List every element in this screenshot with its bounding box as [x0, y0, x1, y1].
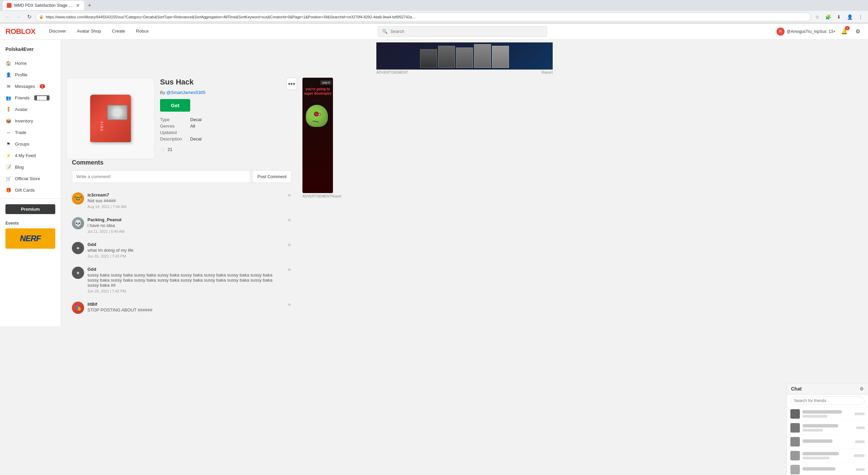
comment-username[interactable]: ic3cream7	[87, 192, 284, 197]
rating-count: 21	[167, 147, 172, 152]
sidebar-item-profile[interactable]: 👤 Profile	[0, 69, 61, 80]
sidebar-label-trade: Trade	[15, 130, 26, 135]
nav-create[interactable]: Create	[106, 23, 131, 40]
comment-body: Gdd sussy baka sussy baka sussy baka sus…	[87, 267, 284, 293]
sidebar-item-avatar[interactable]: 🧍 Avatar	[0, 103, 61, 115]
right-ad-column: play it you're going to super doomspire …	[302, 78, 333, 324]
sidebar-item-messages[interactable]: ✉ Messages 1	[0, 80, 61, 92]
creator-link[interactable]: @SmartJames5305	[166, 90, 205, 95]
ad-tile-3	[456, 48, 473, 68]
fire-alarm-light	[107, 105, 127, 120]
sidebar-item-blog[interactable]: 📝 Blog	[0, 161, 61, 173]
avatar: 🤓	[72, 192, 84, 205]
flag-button[interactable]: ⚑	[287, 302, 292, 314]
comments-section: Comments Post Comment 🤓 ic3cream7 Not su…	[66, 159, 297, 324]
groups-icon: ⚑	[5, 141, 12, 147]
avatar: ●	[72, 267, 84, 279]
star-icon[interactable]: ☆	[160, 146, 165, 153]
flag-button[interactable]: ⚑	[287, 243, 292, 258]
item-meta: Type Decal Genres All Updated Descriptio…	[160, 117, 297, 141]
updated-label: Updated	[160, 130, 182, 135]
more-options-button[interactable]: •••	[286, 78, 297, 90]
notifications-button[interactable]: 🔔 2	[840, 27, 849, 36]
people-icon: 👥	[5, 95, 12, 101]
right-ad-report[interactable]: Report	[331, 194, 341, 198]
post-comment-button[interactable]: Post Comment	[252, 171, 291, 183]
avatar-icon: 🧍	[5, 106, 12, 112]
flag-button[interactable]: ⚑	[287, 193, 292, 209]
right-ad-label: ADVERTISEMENT	[302, 194, 331, 198]
search-box[interactable]: 🔍	[378, 26, 547, 37]
profile-button[interactable]: 👤	[845, 12, 854, 22]
roblox-logo[interactable]: ROBLOX	[5, 27, 35, 36]
get-button[interactable]: Get	[160, 99, 190, 112]
sidebar-item-official-store[interactable]: 🛒 Official Store	[0, 173, 61, 184]
comment-body: litBif STOP POSTING ABOUT ######	[87, 302, 284, 314]
sidebar-item-friends[interactable]: 👥 Friends ████	[0, 92, 61, 103]
nav-search-area: 🔍	[154, 26, 771, 37]
giftcard-icon: 🎁	[5, 187, 12, 193]
tab-favicon	[7, 3, 12, 8]
bookmark-button[interactable]: ☆	[812, 12, 822, 22]
sidebar-label-friends: Friends	[15, 95, 29, 100]
tab-close-button[interactable]: ✕	[76, 3, 80, 8]
item-image-box: FIRE	[66, 78, 155, 159]
comment-item: 🎭 litBif STOP POSTING ABOUT ###### ⚑	[72, 298, 292, 318]
sidebar-item-inventory[interactable]: 📦 Inventory	[0, 115, 61, 127]
character-eye-2	[318, 113, 321, 116]
comment-username[interactable]: Packing_Peanut	[87, 217, 284, 222]
sidebar-item-trade[interactable]: ↔ Trade	[0, 127, 61, 138]
page-main: ADVERTISEMENT Report FIRE	[61, 40, 868, 326]
active-tab[interactable]: MMD PDX Satisfaction Stage ∷ D... ✕	[3, 1, 84, 10]
new-tab-button[interactable]: +	[85, 1, 94, 10]
comment-text: Not sus #####	[87, 198, 284, 203]
refresh-button[interactable]: ↻	[24, 12, 34, 22]
search-input[interactable]	[390, 29, 543, 34]
comment-input-area: Post Comment	[72, 170, 292, 183]
comment-body: ic3cream7 Not sus ##### Aug 14, 2021 | 7…	[87, 192, 284, 209]
nav-robux[interactable]: Robux	[131, 23, 154, 40]
sidebar-item-groups[interactable]: ⚑ Groups	[0, 138, 61, 150]
comment-body: Packing_Peanut i have no idea Jul 11, 20…	[87, 217, 284, 233]
comment-username[interactable]: Gdd	[87, 267, 284, 272]
user-info[interactable]: R @AmogusTru_mpSus 13+	[776, 27, 835, 36]
nav-discover[interactable]: Discover	[43, 23, 72, 40]
flag-button[interactable]: ⚑	[287, 267, 292, 293]
browser-toolbar: ← → ↻ 🔒 https://www.roblox.com/library/6…	[0, 11, 868, 23]
right-ad-footer: ADVERTISEMENT Report	[302, 193, 333, 200]
sidebar-item-home[interactable]: 🏠 Home	[0, 57, 61, 69]
nav-avatar-shop[interactable]: Avatar Shop	[72, 23, 106, 40]
description-label: Description	[160, 136, 182, 141]
comment-text: what im doing of my life	[87, 248, 284, 253]
more-options-button[interactable]: ⋮	[856, 12, 865, 22]
ad-tiles	[420, 44, 509, 68]
download-button[interactable]: ⬇	[834, 12, 844, 22]
comment-username[interactable]: litBif	[87, 302, 284, 307]
settings-button[interactable]: ⚙	[853, 27, 863, 36]
envelope-icon: ✉	[5, 83, 12, 89]
comment-input[interactable]	[72, 171, 250, 183]
detail-row: FIRE Sus Hack ••• By @SmartJames5305	[61, 75, 868, 326]
ad-tile-2	[438, 46, 455, 68]
sidebar-label-groups: Groups	[15, 141, 29, 147]
character-hand	[306, 105, 328, 127]
sidebar-item-gift-cards[interactable]: 🎁 Gift Cards	[0, 184, 61, 196]
ad-report-button[interactable]: Report	[541, 70, 553, 74]
premium-button[interactable]: Premium	[5, 204, 55, 214]
fire-alarm-visual: FIRE	[83, 88, 138, 149]
sidebar-label-my-feed: 4 My Feed	[15, 153, 36, 158]
sidebar-item-my-feed[interactable]: ⚡ 4 My Feed	[0, 150, 61, 161]
nerf-banner[interactable]: NERF	[5, 228, 55, 249]
age-badge: 13+	[829, 29, 835, 34]
flag-button[interactable]: ⚑	[287, 218, 292, 233]
sidebar-label-messages: Messages	[15, 84, 35, 89]
updated-value	[190, 130, 297, 135]
extensions-button[interactable]: 🧩	[823, 12, 833, 22]
browser-tabs: MMD PDX Satisfaction Stage ∷ D... ✕ +	[0, 0, 868, 11]
ad-tile-1	[420, 49, 437, 68]
nerf-text: NERF	[20, 234, 41, 243]
avatar: 🎭	[72, 302, 84, 314]
messages-badge: 1	[40, 84, 45, 89]
comment-username[interactable]: Gdd	[87, 242, 284, 247]
address-bar[interactable]: 🔒 https://www.roblox.com/library/6445543…	[35, 13, 811, 21]
